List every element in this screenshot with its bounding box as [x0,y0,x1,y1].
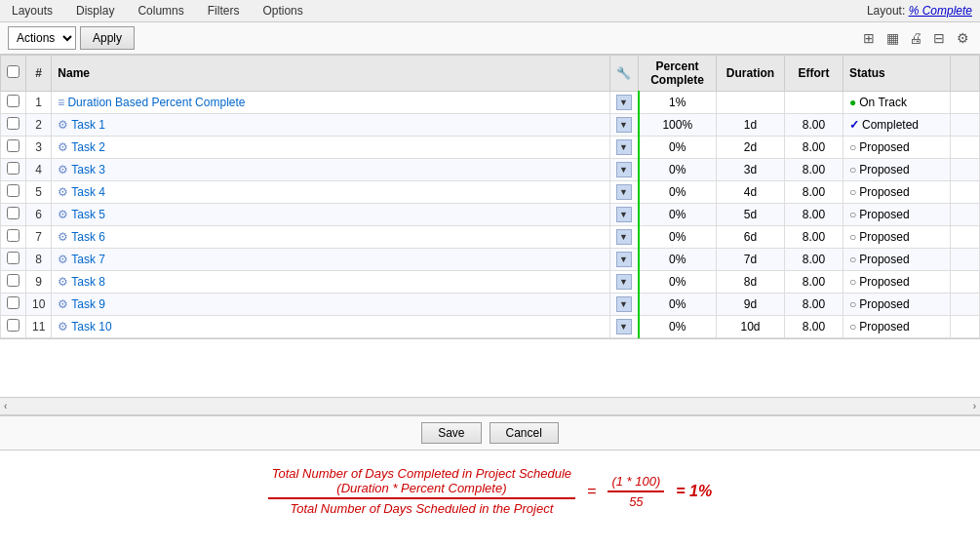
row-pct: 100% [639,114,717,137]
table-row: 7⚙Task 6▼0%6d8.00○Proposed [1,226,980,249]
task-name-link[interactable]: Task 8 [71,275,105,289]
export-icon[interactable]: ⊟ [929,28,949,48]
layout-link[interactable]: % Complete [909,4,972,18]
task-icon: ⚙ [58,297,68,311]
menu-options[interactable]: Options [258,2,306,20]
fraction-denominator: Total Number of Days Scheduled in the Pr… [287,499,558,516]
layout-label: Layout: [867,4,909,18]
status-circle-icon: ○ [849,208,856,221]
row-dropdown-arrow[interactable]: ▼ [616,274,632,290]
row-checkbox[interactable] [7,184,20,197]
task-name-link[interactable]: Task 5 [71,208,105,221]
row-effort: 8.00 [785,226,843,249]
table-row: 4⚙Task 3▼0%3d8.00○Proposed [1,159,980,181]
row-dropdown-arrow[interactable]: ▼ [616,95,632,110]
apply-button[interactable]: Apply [80,26,135,50]
row-checkbox[interactable] [7,139,20,152]
task-name-link[interactable]: Task 2 [71,140,105,154]
task-icon: ⚙ [58,230,68,244]
row-dropdown-arrow[interactable]: ▼ [616,162,632,177]
formula-num-line2: (Duration * Percent Complete) [336,481,506,495]
row-checkbox[interactable] [7,162,20,175]
grid-icon[interactable]: ⊞ [859,28,879,48]
task-name-link[interactable]: Task 6 [71,230,105,244]
menu-filters[interactable]: Filters [204,2,244,20]
row-dropdown-arrow[interactable]: ▼ [616,296,632,312]
row-duration [717,92,785,114]
row-pct: 0% [639,159,717,181]
status-circle-icon: ○ [849,275,856,289]
task-name-link[interactable]: Task 3 [71,163,105,176]
row-pct: 1% [639,92,717,114]
save-button[interactable]: Save [421,422,481,444]
row-checkbox[interactable] [7,252,20,264]
row-number: 2 [26,114,52,137]
header-extra [951,56,980,92]
table-row: 9⚙Task 8▼0%8d8.00○Proposed [1,271,980,294]
task-name-link[interactable]: Task 1 [71,118,105,132]
row-duration: 8d [717,271,785,294]
scroll-right-btn[interactable]: › [973,401,976,412]
row-dropdown-arrow[interactable]: ▼ [616,139,632,155]
formula-result: = 1% [676,483,712,500]
task-name-link[interactable]: Task 7 [71,253,105,266]
task-name-link[interactable]: Task 9 [71,297,105,311]
row-checkbox-cell [1,137,26,159]
scroll-left-btn[interactable]: ‹ [4,401,7,412]
menu-display[interactable]: Display [72,2,118,20]
row-pct: 0% [639,204,717,226]
table-icon[interactable]: ▦ [882,28,902,48]
row-pct: 0% [639,249,717,271]
toolbar-left: Actions Apply [8,26,135,50]
status-text: Proposed [859,185,909,199]
row-extra [951,226,980,249]
task-icon: ⚙ [58,320,68,333]
task-name-link[interactable]: Task 10 [71,320,111,333]
row-dropdown-arrow[interactable]: ▼ [616,229,632,245]
row-checkbox[interactable] [7,207,20,219]
row-checkbox[interactable] [7,296,20,309]
row-status: ○Proposed [843,137,951,159]
row-extra [951,204,980,226]
row-extra [951,137,980,159]
project-icon: ≡ [58,96,64,109]
row-dropdown-arrow[interactable]: ▼ [616,319,632,334]
actions-select[interactable]: Actions [8,26,76,50]
row-checkbox[interactable] [7,319,20,332]
toolbar: Actions Apply ⊞ ▦ 🖨 ⊟ ⚙ [0,22,980,55]
row-dropdown-cell: ▼ [609,249,639,271]
task-name-link[interactable]: Duration Based Percent Complete [67,96,245,109]
menu-layouts[interactable]: Layouts [8,2,57,20]
equals-sign: = [587,483,596,500]
table-row: 5⚙Task 4▼0%4d8.00○Proposed [1,181,980,204]
row-dropdown-arrow[interactable]: ▼ [616,252,632,267]
row-dropdown-arrow[interactable]: ▼ [616,117,632,133]
menu-bar: Layouts Display Columns Filters Options … [0,0,980,22]
settings-icon[interactable]: ⚙ [953,28,972,48]
row-checkbox-cell [1,159,26,181]
row-dropdown-arrow[interactable]: ▼ [616,207,632,222]
cancel-button[interactable]: Cancel [490,422,559,444]
status-circle-icon: ○ [849,320,856,333]
row-checkbox[interactable] [7,117,20,130]
row-number: 7 [26,226,52,249]
row-checkbox[interactable] [7,95,20,107]
table-row: 2⚙Task 1▼100%1d8.00✓Completed [1,114,980,137]
row-status: ○Proposed [843,294,951,316]
row-dropdown-arrow[interactable]: ▼ [616,184,632,200]
print-icon[interactable]: 🖨 [906,28,925,48]
task-name-link[interactable]: Task 4 [71,185,105,199]
menu-columns[interactable]: Columns [134,2,187,20]
row-name-cell: ⚙Task 8 [52,271,609,294]
row-extra [951,114,980,137]
row-name-cell: ⚙Task 9 [52,294,609,316]
row-checkbox-cell [1,226,26,249]
select-all-checkbox[interactable] [7,65,20,78]
row-effort: 8.00 [785,204,843,226]
status-text: Completed [862,118,919,132]
row-checkbox[interactable] [7,274,20,287]
table-row: 8⚙Task 7▼0%7d8.00○Proposed [1,249,980,271]
row-checkbox[interactable] [7,229,20,242]
table-body: 1≡Duration Based Percent Complete▼1%●On … [1,92,980,338]
row-dropdown-cell: ▼ [609,294,639,316]
